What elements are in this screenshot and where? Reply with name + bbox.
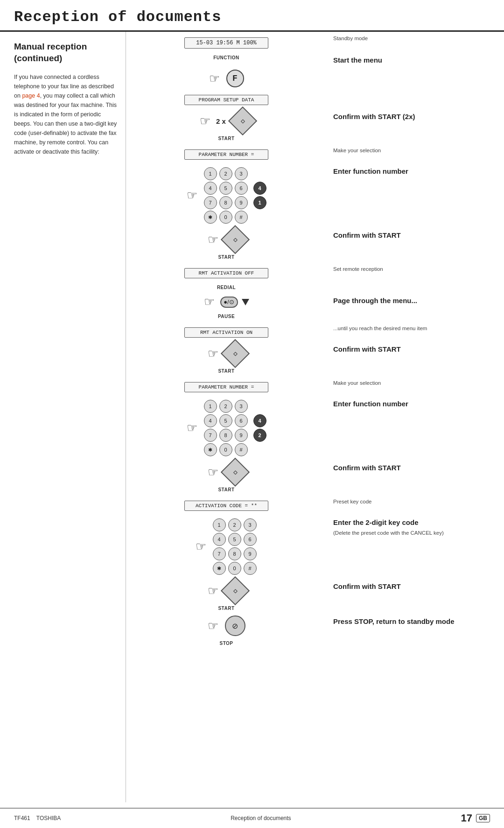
key2-9[interactable]: 9	[235, 429, 248, 442]
finger-icon-5: ☞	[204, 295, 215, 309]
key3-5[interactable]: 5	[228, 533, 241, 546]
right-press-stop: Press STOP, return to standby mode	[327, 614, 504, 629]
key3-4[interactable]: 4	[213, 533, 226, 546]
key-h4[interactable]: 4	[253, 182, 266, 195]
page-link[interactable]: page 4	[22, 92, 40, 99]
right-enter-fn-2: Enter function number	[327, 396, 504, 411]
right-empty-2	[327, 89, 504, 95]
finger-icon-6: ☞	[208, 347, 218, 361]
center-keypad-2: ☞ 1 2 3 4 5 6 7 8 9 ✱ 0 #	[126, 396, 327, 460]
key3-1[interactable]: 1	[213, 518, 226, 531]
key2-0[interactable]: 0	[219, 443, 232, 456]
start-btn-inner-4: ◇	[233, 469, 237, 475]
key-star[interactable]: ✱	[204, 211, 217, 224]
key-h1[interactable]: 1	[253, 196, 266, 209]
right-confirm-2x: Confirm with START (2x)	[327, 109, 504, 124]
footer: TF461 TOSHIBA Reception of documents 17 …	[0, 808, 504, 828]
start-btn-inner-1: ◇	[241, 118, 245, 124]
center-start-4: ☞ ◇	[126, 460, 327, 484]
right-empty-9	[327, 603, 504, 609]
enter-fn-2-text: Enter function number	[333, 399, 497, 409]
key-5[interactable]: 5	[219, 182, 232, 195]
key-3[interactable]: 3	[235, 167, 248, 180]
key-8[interactable]: 8	[219, 196, 232, 209]
key2-h2[interactable]: 2	[253, 429, 266, 442]
key3-3[interactable]: 3	[244, 518, 257, 531]
key2-hash[interactable]: #	[235, 443, 248, 456]
key2-h4[interactable]: 4	[253, 414, 266, 427]
key-0[interactable]: 0	[219, 211, 232, 224]
page-title: Reception of documents	[14, 8, 221, 26]
key2-3[interactable]: 3	[235, 400, 248, 413]
center-pause-label: PAUSE	[126, 311, 327, 322]
footer-section: Reception of documents	[231, 815, 291, 821]
key-4[interactable]: 4	[204, 182, 217, 195]
row-function-label: FUNCTION Start the menu	[126, 52, 504, 68]
start-button-2[interactable]: ◇	[220, 225, 249, 254]
key3-hash[interactable]: #	[244, 562, 257, 575]
row-start-label-5: START	[126, 603, 504, 614]
right-start-menu: Start the menu	[327, 52, 504, 68]
row-pause-label: PAUSE	[126, 311, 504, 322]
key2-1[interactable]: 1	[204, 400, 217, 413]
key-hash[interactable]: #	[235, 211, 248, 224]
make-selection-2: Make your selection	[333, 379, 497, 387]
key3-2[interactable]: 2	[228, 518, 241, 531]
right-enter-2digit: Enter the 2-digit key code (Delete the p…	[327, 515, 504, 539]
confirm-2x-text: Confirm with START (2x)	[333, 112, 497, 121]
activation-code-display: ACTIVATION CODE = **	[184, 501, 268, 511]
start-button-4[interactable]: ◇	[220, 458, 249, 487]
key-7[interactable]: 7	[204, 196, 217, 209]
row-confirm-start-1: ☞ ◇ Confirm with START	[126, 227, 504, 252]
key3-0[interactable]: 0	[228, 562, 241, 575]
redial-button[interactable]: ●/⊙	[220, 297, 238, 308]
key-1[interactable]: 1	[204, 167, 217, 180]
confirm-start-1-text: Confirm with START	[333, 230, 497, 240]
center-start-label-1: START	[126, 133, 327, 144]
center-start-label-2: START	[126, 252, 327, 262]
center-start-3: ☞ ◇	[126, 341, 327, 366]
stop-button[interactable]: ⊘	[225, 616, 245, 636]
key3-9[interactable]: 9	[244, 547, 257, 560]
key2-5[interactable]: 5	[219, 414, 232, 427]
key-6[interactable]: 6	[235, 182, 248, 195]
row-display: 15-03 19:56 M 100% Standby mode	[126, 32, 504, 52]
start-button-5[interactable]: ◇	[220, 576, 249, 605]
key-9[interactable]: 9	[235, 196, 248, 209]
main-content: Manual reception(continued) If you have …	[0, 32, 504, 802]
center-redial-btn: ☞ ●/⊙	[126, 293, 327, 311]
right-make-selection-1: Make your selection	[327, 144, 504, 157]
key3-star[interactable]: ✱	[213, 562, 226, 575]
center-start-label-5: START	[126, 603, 327, 614]
set-remote-text: Set remote reception	[333, 265, 497, 273]
model-text: TF461	[14, 815, 30, 821]
start-button-3[interactable]: ◇	[220, 339, 249, 368]
center-param-display: PARAMETER NUMBER =	[126, 144, 327, 163]
right-confirm-start-2: Confirm with START	[327, 341, 504, 357]
finger-icon-4: ☞	[208, 233, 218, 247]
key3-6[interactable]: 6	[244, 533, 257, 546]
right-empty-5	[327, 282, 504, 288]
section-title: Manual reception(continued)	[14, 41, 117, 64]
two-x-label: 2 x	[216, 117, 226, 125]
confirm-start-3-text: Confirm with START	[333, 463, 497, 473]
key-2[interactable]: 2	[219, 167, 232, 180]
key2-2[interactable]: 2	[219, 400, 232, 413]
key2-6[interactable]: 6	[235, 414, 248, 427]
right-empty-1	[327, 68, 504, 73]
key3-8[interactable]: 8	[228, 547, 241, 560]
key2-8[interactable]: 8	[219, 429, 232, 442]
row-stop-label: STOP	[126, 638, 504, 649]
keypad-2: 1 2 3 4 5 6 7 8 9 ✱ 0 #	[204, 400, 249, 456]
key2-4[interactable]: 4	[204, 414, 217, 427]
start-button-1[interactable]: ◇	[228, 106, 257, 135]
start-btn-inner-2: ◇	[233, 237, 237, 243]
start-menu-text: Start the menu	[333, 55, 497, 65]
key2-star[interactable]: ✱	[204, 443, 217, 456]
row-stop-btn: ☞ ⊘ Press STOP, return to standby mode	[126, 614, 504, 638]
function-f-button[interactable]: F	[226, 70, 244, 87]
key3-7[interactable]: 7	[213, 547, 226, 560]
right-empty-3	[327, 133, 504, 139]
key2-7[interactable]: 7	[204, 429, 217, 442]
row-redial-btn: ☞ ●/⊙ Page through the menu...	[126, 293, 504, 311]
